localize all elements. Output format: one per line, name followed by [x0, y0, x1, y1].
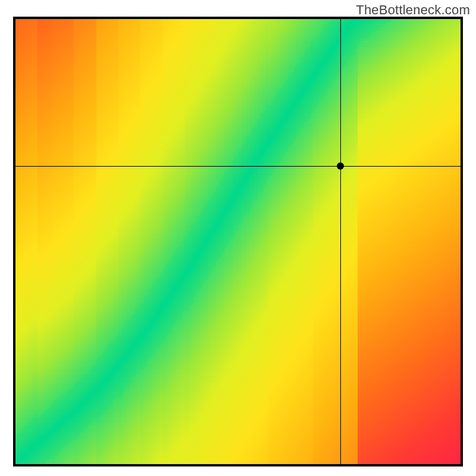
attribution-text: TheBottleneck.com: [356, 2, 470, 18]
heatmap-canvas: [15, 19, 461, 464]
chart-frame: [13, 17, 463, 466]
